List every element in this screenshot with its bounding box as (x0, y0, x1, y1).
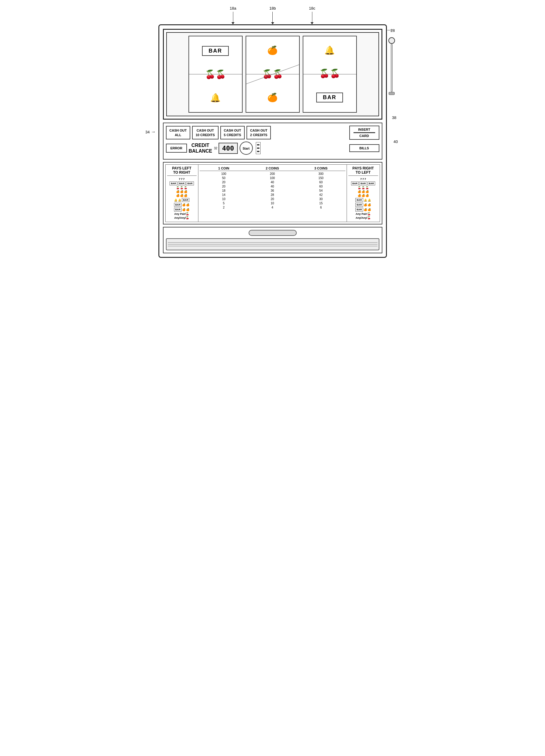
c1r1: 100 (199, 172, 248, 176)
c2r3: 40 (248, 180, 297, 184)
c2r5: 36 (248, 189, 297, 193)
pays-left-row-9: Any/Any/🍒 (167, 216, 196, 219)
reel-a-bar-symbol: BAR (202, 46, 229, 56)
cash-out-all-button[interactable]: CASH OUTALL (166, 126, 190, 139)
coins-row-7: 10 20 30 (199, 197, 346, 201)
reel-a-cherry: 🍒🍒 (205, 70, 226, 79)
pays-right-row-5: BAR🔔🔔 (349, 198, 378, 202)
error-button[interactable]: ERROR (166, 144, 187, 153)
ref-18c-label: 18c (309, 6, 315, 11)
c1r4: 20 (199, 184, 248, 188)
r-bar-3: BAR (368, 181, 375, 185)
r-cherry-3: 🍒 (366, 186, 369, 189)
pays-right-row-2: 🍒🍒🍒 (349, 186, 378, 189)
seven-sym-2: 7 (181, 178, 182, 181)
orange-sym-3: 🍊 (184, 190, 187, 193)
machine-outer: 28 BAR 🍒🍒 🔔 🍊 🍒🍒 🍊 (158, 24, 387, 258)
screen-outer: BAR 🍒🍒 🔔 🍊 🍒🍒 🍊 🔔 🍒🍒 (163, 29, 382, 120)
ref-38-container: 38 (392, 115, 396, 120)
handle-knob[interactable] (388, 37, 395, 44)
bar-sym-1: BAR (169, 181, 177, 185)
control-panel: 34 → CASH OUTALL CASH OUT10 CREDITS CASH… (163, 123, 382, 160)
pays-right-section: PAYS RIGHTTO LEFT 7 7 7 BAR BAR BAR 🍒🍒🍒 … (347, 164, 380, 222)
page-container: 18a 18b 18c 28 BAR 🍒🍒 (158, 6, 387, 258)
c1r6: 14 (199, 193, 248, 197)
coin-slot[interactable] (248, 230, 297, 236)
ref-34-label: 34 (145, 130, 150, 134)
r-bar-6: BAR (355, 208, 363, 212)
bell-sym-1: 🔔 (174, 199, 177, 202)
tray-lines (168, 242, 378, 246)
orange-sym-1: 🍊 (176, 190, 179, 193)
r-orange-3: 🍊 (366, 190, 369, 193)
pays-left-row-1b: BAR BAR BAR (167, 181, 196, 185)
pays-left-section: PAYS LEFTTO RIGHT 7 7 7 BAR BAR BAR 🍒🍒🍒 … (165, 164, 198, 222)
lever-handle[interactable] (388, 37, 395, 95)
r-seven-3: 7 (365, 178, 366, 181)
insert-card-section: INSERT CARD (349, 126, 379, 140)
credit-balance-label: CREDITBALANCE (189, 142, 212, 154)
ref-34-container: 34 → (145, 129, 156, 135)
cherry-sym-2: 🍒 (180, 186, 183, 189)
cash-out-5-button[interactable]: CASH OUT5 CREDITS (220, 126, 245, 139)
pays-right-row-4: 🍊🍊🍊 (349, 194, 378, 197)
insert-card-button[interactable]: INSERT CARD (349, 126, 379, 140)
c3r2: 150 (297, 176, 346, 180)
reel-a: BAR 🍒🍒 🔔 (188, 36, 242, 113)
coins-row-2: 50 100 150 (199, 176, 346, 180)
r-bell-2: 🔔 (368, 199, 371, 202)
c1r2: 50 (199, 176, 248, 180)
reel-b: 🍊 🍒🍒 🍊 (245, 36, 300, 113)
c3r7: 30 (297, 197, 346, 201)
r-orange-4: 🍊 (358, 194, 361, 197)
ref-28-line (387, 30, 393, 30)
credit-ref-section: 32 400 (214, 143, 238, 154)
c3r8: 15 (297, 201, 346, 205)
ref-18b-label: 18b (269, 6, 276, 11)
orange-sym-6: 🍊 (184, 194, 187, 197)
bar-sym-3: BAR (186, 181, 193, 185)
coins-row-6: 14 28 42 (199, 193, 346, 197)
c2r7: 20 (248, 197, 297, 201)
top-references: 18a 18b 18c (158, 6, 387, 24)
r-orange-9: 🍊 (364, 208, 367, 211)
pays-left-row-2: 🍒🍒🍒 (167, 186, 196, 189)
c2r4: 40 (248, 184, 297, 188)
start-button[interactable]: Start (239, 142, 253, 155)
ref-34-arrow: → (151, 129, 156, 135)
tray-line-2 (168, 244, 378, 245)
bills-button[interactable]: BILLS (349, 144, 379, 152)
cash-out-2-button[interactable]: CASH OUT2 CREDITS (246, 126, 271, 139)
c3r5: 54 (297, 189, 346, 193)
c2r2: 100 (248, 176, 297, 180)
orange-sym-9: 🍊 (182, 208, 185, 211)
tray-line-1 (168, 242, 378, 243)
bar-sym-2: BAR (178, 181, 185, 185)
credit-display: 400 (218, 143, 238, 154)
pays-right-row-1: 7 7 7 (349, 178, 378, 181)
coin-tray (166, 238, 379, 250)
r-orange-6: 🍊 (366, 194, 369, 197)
c3r1: 300 (297, 172, 346, 176)
r-bar-4: BAR (355, 198, 363, 202)
c1r8: 5 (199, 201, 248, 205)
coin-col-2: 2 COINS (248, 166, 297, 171)
ref-38-label: 38 (392, 115, 396, 120)
reel-a-bell: 🔔 (210, 93, 221, 103)
meter-bar-1 (257, 144, 259, 145)
reel-c-bell-top: 🔔 (324, 46, 335, 55)
r-cherry-2: 🍒 (362, 186, 365, 189)
c3r4: 60 (297, 184, 346, 188)
cash-out-10-button[interactable]: CASH OUT10 CREDITS (192, 126, 218, 139)
bottom-area (163, 227, 382, 253)
cherry-sym-3: 🍒 (184, 186, 187, 189)
ref-18b-arrow (271, 22, 274, 24)
r-bell-1: 🔔 (364, 199, 367, 202)
c3r3: 60 (297, 180, 346, 184)
coin-col-1: 1 COIN (199, 166, 248, 171)
r-seven-2: 7 (362, 178, 364, 181)
r-bar-5: BAR (355, 203, 363, 207)
pays-left-row-5: 🔔🔔BAR (167, 198, 196, 202)
orange-sym-4: 🍊 (176, 194, 179, 197)
c1r7: 10 (199, 197, 248, 201)
